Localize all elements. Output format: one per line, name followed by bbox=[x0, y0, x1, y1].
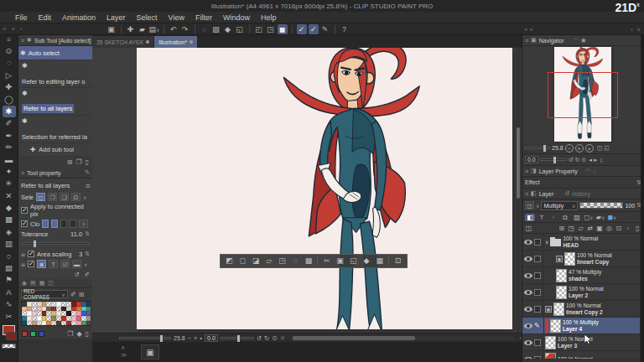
layer-panel-header[interactable]: ≡ ◧ Layer ↺ History bbox=[522, 189, 644, 199]
color-tab-icon-3[interactable]: ◫ bbox=[48, 280, 54, 287]
undo-icon[interactable]: ↶ bbox=[169, 24, 179, 34]
tolerance-stepper[interactable]: ⇅ bbox=[85, 230, 90, 237]
menu-window[interactable]: Window bbox=[223, 13, 250, 22]
search-layer-tab-icon[interactable]: ◌ bbox=[593, 168, 596, 174]
gap-size-4[interactable] bbox=[70, 220, 76, 228]
layer-checkbox[interactable] bbox=[534, 339, 541, 346]
layer-thumbnail[interactable] bbox=[564, 252, 575, 266]
layer-checkbox[interactable] bbox=[534, 256, 541, 262]
chevron-down-icon[interactable]: ∨ bbox=[84, 261, 87, 267]
balloon-tool[interactable]: ▤ bbox=[3, 262, 16, 274]
lock-icon[interactable]: ◘ bbox=[86, 183, 90, 189]
delete-subtool-icon[interactable]: ▯ bbox=[86, 158, 89, 166]
nav-actual-size-icon[interactable]: ▪ bbox=[585, 144, 594, 153]
new-tone-icon[interactable]: ▦ bbox=[373, 256, 386, 266]
paste-swatch-icon[interactable]: ❐ bbox=[67, 330, 73, 338]
nav-zoom-in-icon[interactable]: + bbox=[575, 144, 584, 153]
tool-palette-menu-icon[interactable]: ≡ bbox=[7, 35, 11, 45]
selection-new-button[interactable]: ◻ bbox=[36, 193, 45, 201]
cut-icon[interactable]: ✂ bbox=[320, 256, 333, 266]
marker-tool[interactable]: ▬ bbox=[3, 154, 16, 166]
color-tab-icon-1[interactable]: ▤ bbox=[30, 280, 36, 287]
deselect-launcher-icon[interactable]: ◩ bbox=[223, 256, 236, 266]
layer-visibility-icon[interactable] bbox=[524, 357, 532, 359]
selection-lasso-tool[interactable]: ◯ bbox=[3, 94, 16, 106]
replace-swatch-icon[interactable]: ◆ bbox=[76, 330, 81, 338]
canvas-page[interactable] bbox=[137, 48, 512, 329]
refer-round-button[interactable]: ◙ bbox=[37, 260, 46, 268]
layer-visibility-icon[interactable] bbox=[524, 307, 532, 312]
eyedropper-tool[interactable]: ✐ bbox=[3, 117, 16, 129]
layer-thumbnail[interactable] bbox=[545, 336, 556, 349]
apply-mask-icon[interactable]: ⊡ bbox=[615, 225, 622, 232]
nav-zoom-out-icon[interactable]: − bbox=[565, 144, 574, 153]
merge-to-lower-icon[interactable]: ▣ bbox=[595, 225, 603, 232]
dock-collapse-icon[interactable]: « bbox=[524, 26, 527, 34]
layer-thumbnail[interactable] bbox=[556, 286, 567, 299]
new-vector-layer-icon[interactable]: ◳ bbox=[568, 225, 575, 232]
refer-text-button[interactable]: T bbox=[49, 260, 58, 268]
menu-edit[interactable]: Edit bbox=[39, 13, 52, 22]
gap-size-3[interactable] bbox=[60, 220, 67, 228]
swatch-69[interactable] bbox=[86, 321, 91, 326]
paste-icon[interactable]: ◱ bbox=[347, 256, 360, 266]
gap-size-1[interactable] bbox=[42, 220, 49, 228]
slider-handle[interactable] bbox=[553, 157, 556, 163]
menu-select[interactable]: Select bbox=[137, 13, 158, 22]
layer-visibility-icon[interactable] bbox=[524, 256, 532, 261]
correct-line-tool[interactable]: ✂ bbox=[3, 311, 16, 323]
dock-collapse-icon[interactable]: « bbox=[530, 26, 533, 34]
menu-layer[interactable]: Layer bbox=[106, 13, 126, 22]
rotation-slider-handle[interactable] bbox=[237, 335, 240, 342]
reset-rotation-icon[interactable]: ⊙ bbox=[272, 334, 277, 342]
nav-flip-vertical-icon[interactable]: ↨ bbox=[600, 157, 603, 163]
mask-enable-icon[interactable]: ▫ bbox=[624, 225, 631, 232]
decoration-tool[interactable]: ✕ bbox=[3, 190, 16, 202]
menu-help[interactable]: Help bbox=[261, 13, 277, 22]
dock-collapse-icon[interactable]: ‹ bbox=[20, 25, 23, 33]
recent-color-0[interactable] bbox=[22, 331, 28, 337]
layer-row-layer-3[interactable]: 100 % NormalLayer 3 bbox=[522, 334, 644, 351]
slider-handle[interactable] bbox=[543, 145, 546, 152]
rotation-value[interactable]: 0.0 bbox=[205, 334, 218, 342]
material-panel-icon[interactable]: ▣ bbox=[141, 344, 159, 359]
navigator-rotation-slider[interactable] bbox=[540, 158, 567, 161]
color-tab-icon-0[interactable]: ◉ bbox=[22, 280, 27, 287]
tab-close-icon[interactable] bbox=[146, 40, 149, 44]
nav-flip-horizontal-icon[interactable]: ◄► bbox=[588, 158, 598, 163]
open-clip-studio-icon[interactable]: ▣ bbox=[106, 24, 117, 34]
lock-transparent-icon[interactable]: ▨ bbox=[572, 214, 582, 221]
layer-row-layer-2[interactable]: 100 % NormalLayer 2 bbox=[522, 284, 644, 301]
panel-menu-icon[interactable]: ≡ bbox=[525, 38, 528, 44]
create-mask-icon[interactable]: ◎ bbox=[605, 225, 613, 232]
apply-connected-checkbox[interactable] bbox=[21, 207, 28, 214]
tab-sketch-document[interactable]: 35 SKETCH AYEK bbox=[92, 36, 154, 48]
reset-defaults-icon[interactable]: ↺ bbox=[74, 271, 79, 278]
layer-color-icon[interactable]: ◼∨ bbox=[607, 214, 617, 221]
nav-fit-icon[interactable]: ◫ bbox=[597, 145, 603, 152]
tab-illustration-document[interactable]: Illustration* bbox=[154, 36, 198, 48]
nav-rotate-right-icon[interactable]: ↻ bbox=[575, 157, 580, 163]
transfer-to-lower-icon[interactable]: ⇄ bbox=[586, 225, 594, 232]
fit-to-screen-icon[interactable]: ▪ bbox=[200, 334, 202, 342]
blend-tool[interactable]: ▦ bbox=[3, 214, 16, 225]
clear-selection-icon[interactable]: ◆ bbox=[223, 24, 233, 34]
menu-view[interactable]: View bbox=[169, 13, 184, 22]
tolerance-slider-handle[interactable] bbox=[34, 240, 36, 247]
layer-visibility-icon[interactable] bbox=[524, 340, 532, 345]
scroll-thumb[interactable] bbox=[293, 336, 415, 340]
text-attr-icon[interactable]: T bbox=[537, 214, 547, 221]
add-subtool-icon[interactable]: ⊞ bbox=[67, 158, 73, 166]
layer-row-bottom[interactable]: 100 % Normal bbox=[522, 351, 644, 359]
figure-tool[interactable]: ○ bbox=[3, 251, 16, 262]
layer-row-lineart-copy[interactable]: ◉100 % Normallineart Copy bbox=[522, 251, 644, 267]
layer-checkbox[interactable] bbox=[534, 239, 541, 246]
layer-row-head[interactable]: ∨100 % NormalHEAD bbox=[522, 234, 644, 251]
opacity-slider[interactable] bbox=[579, 202, 623, 209]
copy-icon[interactable]: ▣ bbox=[334, 256, 346, 266]
navigator-zoom-slider[interactable] bbox=[525, 147, 550, 149]
frame-border-tool[interactable]: ⚑ bbox=[3, 274, 16, 286]
history-tab-icon[interactable]: ↺ bbox=[564, 190, 569, 197]
snap-to-special-ruler-icon[interactable]: ✓ bbox=[309, 24, 319, 34]
nav-rotate-left-icon[interactable]: ↺ bbox=[569, 157, 574, 163]
